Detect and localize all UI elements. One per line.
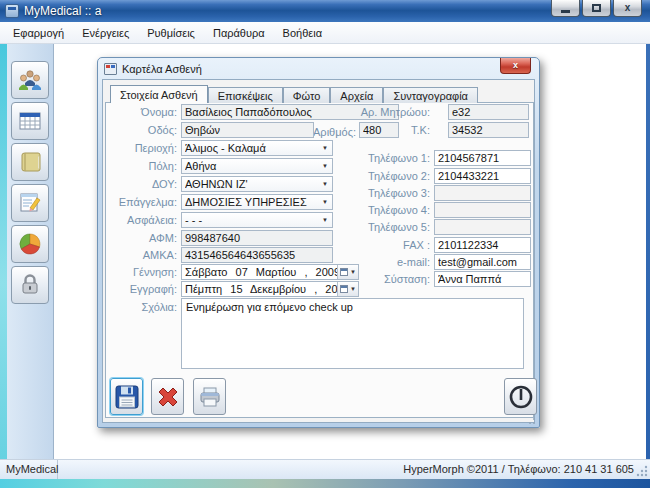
referral-input[interactable] <box>434 271 531 287</box>
delete-icon <box>154 383 182 411</box>
city-label: Πόλη: <box>102 160 177 173</box>
area-label: Περιοχή: <box>102 142 177 155</box>
sidebar-button-statistics[interactable] <box>11 225 49 263</box>
edit-notes-icon <box>17 190 43 216</box>
dialog-title: Καρτέλα Ασθενή <box>122 63 202 75</box>
minimize-icon <box>561 10 570 13</box>
dialog-titlebar[interactable]: Καρτέλα Ασθενή <box>104 61 202 77</box>
sidebar-button-notes[interactable] <box>11 184 49 222</box>
menu-item-windows[interactable]: Παράθυρα <box>204 23 274 43</box>
registry-no-input[interactable] <box>448 104 529 120</box>
chevron-down-icon: ▼ <box>320 145 330 151</box>
status-bar: MyMedical HyperMorph ©2011 / Τηλέφωνο: 2… <box>0 459 650 479</box>
maximize-button[interactable] <box>582 0 611 17</box>
doy-combobox[interactable]: ΑΘΗΝΩΝ ΙΖ' ▼ <box>181 176 333 192</box>
main-window: MyMedical :: a x Εφαρμογή Ενέργειες Ρυθμ… <box>0 0 650 488</box>
referral-label: Σύσταση: <box>335 273 430 286</box>
amka-input[interactable] <box>181 247 333 263</box>
exit-button[interactable] <box>504 378 537 415</box>
phone4-label: Τηλέφωνο 4: <box>335 204 430 217</box>
insurance-value: - - - <box>185 214 320 226</box>
chevron-down-icon: ▼ <box>320 199 330 205</box>
tab-photo[interactable]: Φώτο <box>283 87 331 103</box>
window-left-border <box>0 44 7 479</box>
afm-input[interactable] <box>181 230 333 246</box>
window-resize-grip[interactable] <box>636 465 648 477</box>
sidebar-button-book[interactable] <box>11 143 49 181</box>
dialog-resize-grip[interactable] <box>528 417 536 425</box>
fax-input[interactable] <box>434 237 531 253</box>
print-icon <box>197 384 223 410</box>
chevron-down-icon: ▼ <box>350 286 356 292</box>
insurance-label: Ασφάλεια: <box>102 214 177 227</box>
close-button[interactable]: x <box>613 0 642 17</box>
sidebar-button-lock[interactable] <box>11 266 49 304</box>
profession-combobox[interactable]: ΔΗΜΟΣΙΕΣ ΥΠΗΡΕΣΙΕΣ ▼ <box>181 194 333 210</box>
menu-item-application[interactable]: Εφαρμογή <box>4 23 73 43</box>
profession-label: Επάγγελμα: <box>102 196 177 209</box>
lock-icon <box>17 272 43 298</box>
tab-visits[interactable]: Επισκέψεις <box>208 87 283 103</box>
phone1-input[interactable] <box>434 150 531 166</box>
dialog-close-button[interactable]: x <box>500 58 531 74</box>
print-button[interactable] <box>193 378 226 415</box>
window-titlebar[interactable]: MyMedical :: a x <box>0 0 650 22</box>
tab-patient-details[interactable]: Στοιχεία Ασθενή <box>110 85 208 103</box>
amka-label: ΑΜΚΑ: <box>102 249 177 262</box>
afm-label: ΑΦΜ: <box>102 232 177 245</box>
regdate-value: Πέμπτη 15 Δεκεμβρίου , 2011 <box>185 283 337 295</box>
email-input[interactable] <box>434 254 531 270</box>
menu-item-actions[interactable]: Ενέργειες <box>73 23 138 43</box>
comments-textarea[interactable]: Ενημέρωση για επόμενο check up <box>181 298 524 369</box>
profession-value: ΔΗΜΟΣΙΕΣ ΥΠΗΡΕΣΙΕΣ <box>185 196 320 208</box>
sidebar-button-records[interactable] <box>11 102 49 140</box>
postcode-label: Τ.Κ: <box>335 124 430 137</box>
save-button[interactable] <box>110 378 143 415</box>
menu-bar: Εφαρμογή Ενέργειες Ρυθμίσεις Παράθυρα Βο… <box>0 22 650 44</box>
save-icon <box>114 384 140 410</box>
calendar-icon <box>340 285 348 293</box>
chevron-down-icon: ▼ <box>320 163 330 169</box>
patient-card-dialog: Καρτέλα Ασθενή x Στοιχεία Ασθενή Επισκέψ… <box>97 57 540 428</box>
menu-item-settings[interactable]: Ρυθμίσεις <box>138 23 204 43</box>
records-table-icon <box>17 108 43 134</box>
birthdate-label: Γέννηση: <box>102 266 177 279</box>
phone2-label: Τηλέφωνο 2: <box>335 170 430 183</box>
sidebar-toolbar <box>7 44 54 459</box>
tab-files[interactable]: Αρχεία <box>330 87 383 103</box>
phone4-input[interactable] <box>434 202 531 218</box>
phone3-input[interactable] <box>434 185 531 201</box>
phone2-input[interactable] <box>434 168 531 184</box>
patients-icon <box>17 67 43 93</box>
street-label: Οδός: <box>102 124 177 137</box>
menu-item-help[interactable]: Βοήθεια <box>274 23 331 43</box>
regdate-picker[interactable]: Πέμπτη 15 Δεκεμβρίου , 2011 ▼ <box>181 281 359 297</box>
phone1-label: Τηλέφωνο 1: <box>335 152 430 165</box>
chevron-down-icon: ▼ <box>320 181 330 187</box>
sidebar-button-patients[interactable] <box>11 61 49 99</box>
phone5-input[interactable] <box>434 219 531 235</box>
birthdate-picker[interactable]: Σάββατο 07 Μαρτίου , 2009 ▼ <box>181 264 359 280</box>
regdate-label: Εγγραφή: <box>102 283 177 296</box>
power-icon <box>507 383 535 411</box>
comments-label: Σχόλια: <box>102 301 177 314</box>
email-label: e-mail: <box>335 256 430 269</box>
tab-prescriptions[interactable]: Συνταγογραφία <box>383 87 478 103</box>
window-right-border <box>646 44 650 479</box>
city-combobox[interactable]: Αθήνα ▼ <box>181 158 333 174</box>
fax-label: FAX : <box>335 239 430 252</box>
area-combobox[interactable]: Άλιμος - Καλαμά ▼ <box>181 140 333 156</box>
city-value: Αθήνα <box>185 160 320 172</box>
phone5-label: Τηλέφωνο 5: <box>335 221 430 234</box>
street-input[interactable] <box>181 122 314 138</box>
app-icon <box>5 4 19 18</box>
status-app-name: MyMedical <box>0 460 58 479</box>
chevron-down-icon: ▼ <box>320 217 330 223</box>
postcode-input[interactable] <box>448 122 529 138</box>
insurance-combobox[interactable]: - - - ▼ <box>181 212 333 228</box>
dialog-form-icon <box>104 63 117 75</box>
maximize-icon <box>592 4 601 12</box>
delete-button[interactable] <box>151 378 184 415</box>
minimize-button[interactable] <box>551 0 580 17</box>
registry-no-label: Αρ. Μητρώου: <box>335 106 430 119</box>
